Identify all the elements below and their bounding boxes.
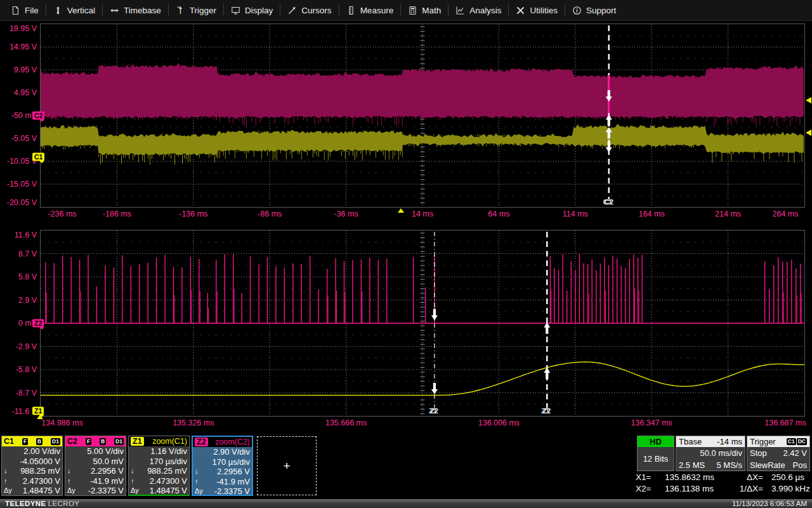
channel-box-header: Z2zoom(C2) xyxy=(193,437,252,447)
hd-panel-bits: 12 Bits xyxy=(638,447,674,471)
row-value: 1.48475 V xyxy=(15,486,60,496)
x1-label: X1= xyxy=(636,472,660,483)
y-axis-label: -8.7 V xyxy=(0,389,37,398)
channel-id: C1 xyxy=(4,437,14,446)
menu-item-measure[interactable]: Measure xyxy=(339,0,401,20)
row-symbol: Δy xyxy=(131,486,141,496)
y-axis-label: 14.95 V xyxy=(0,43,37,51)
channel-source-label: zoom(C1) xyxy=(152,437,187,446)
math-icon xyxy=(408,6,417,15)
row-value: 2.90 V/div xyxy=(206,447,250,457)
add-trace-box[interactable]: + xyxy=(257,436,317,495)
menu-item-label: Display xyxy=(245,6,273,15)
analysis-icon xyxy=(455,6,465,15)
channel-box-z1[interactable]: Z1zoom(C1)1.16 V/div170 µs/div↓988.25 mV… xyxy=(128,436,190,496)
channel-box-row: ↓988.25 mV xyxy=(2,466,62,476)
invdx-value: 3.990 kHz xyxy=(766,483,812,495)
channel-box-row: 1.16 V/div xyxy=(129,446,189,457)
badge-b: B xyxy=(100,438,106,445)
menu-item-trigger[interactable]: Trigger xyxy=(169,0,223,20)
channel-marker-z2[interactable]: Z2 xyxy=(32,319,44,328)
channel-id: Z2 xyxy=(195,438,208,446)
menu-item-label: Trigger xyxy=(190,6,216,15)
trigger-badge-dc: DC xyxy=(797,438,807,445)
status-bar: TELEDYNE LECROY 11/13/2023 6:06:53 AM xyxy=(0,499,812,508)
main-grid-svg xyxy=(41,24,804,207)
dx-value: 250.6 µs xyxy=(766,472,812,483)
channel-box-row: Δy1.48475 V xyxy=(129,486,189,496)
x-cursor-z1-z2[interactable] xyxy=(544,232,550,408)
row-symbol: ↑ xyxy=(67,476,78,486)
row-value: -41.9 mV xyxy=(78,476,124,486)
x-axis-label: -186 ms xyxy=(103,210,131,218)
channel-badges: F xyxy=(22,438,28,445)
x-axis-label: -136 ms xyxy=(179,210,207,218)
row-symbol xyxy=(195,447,206,457)
trigger-level: 2.42 V xyxy=(783,447,807,459)
channel-marker-pointer xyxy=(39,327,44,332)
menu-item-label: File xyxy=(25,6,39,15)
y-axis-label: 19.95 V xyxy=(0,24,37,33)
menu-item-math[interactable]: Math xyxy=(401,0,448,20)
x1-value: 135.8632 ms xyxy=(660,472,731,483)
menu-item-support[interactable]: Support xyxy=(565,0,623,20)
channel-box-header: C1FBD1 xyxy=(2,436,62,446)
x-axis-label: 136.347 ms xyxy=(631,418,672,427)
menu-item-label: Cursors xyxy=(301,6,331,15)
channel-box-row: Δy1.48475 V xyxy=(2,486,62,496)
y-axis-label: 0 mV xyxy=(0,319,37,328)
row-symbol xyxy=(4,446,15,457)
support-icon xyxy=(572,6,582,15)
channel-marker-c2[interactable]: C2 xyxy=(32,112,44,120)
tbase-samplerate: 5 MS/s xyxy=(717,459,742,471)
row-symbol xyxy=(131,457,141,467)
menu-item-timebase[interactable]: Timebase xyxy=(103,0,168,20)
x2-label: X2= xyxy=(636,483,660,495)
menu-item-vertical[interactable]: Vertical xyxy=(46,0,102,20)
y-axis-label: 11.6 V xyxy=(0,231,37,239)
trigger-level-marker[interactable] xyxy=(806,130,811,136)
channel-marker-c1[interactable]: C1 xyxy=(32,152,44,161)
channel-box-row: Δy-2.3375 V xyxy=(65,486,126,496)
timebase-panel[interactable]: Tbase -14 ms 50.0 ms/div 2.5 MS 5 MS/s xyxy=(676,436,745,471)
menu-item-analysis[interactable]: Analysis xyxy=(449,0,508,20)
menu-item-file[interactable]: File xyxy=(4,0,46,20)
channel-box-header: Z1zoom(C1) xyxy=(129,436,189,446)
x-axis-label: 136.006 ms xyxy=(478,418,520,427)
menu-item-display[interactable]: Display xyxy=(224,0,280,20)
trigger-level-marker[interactable] xyxy=(806,97,811,104)
row-value: 2.2956 V xyxy=(78,466,124,476)
zoom-origin-marker xyxy=(37,415,43,419)
channel-box-row: -4.05000 V xyxy=(2,457,62,467)
x-axis-label: 136.687 ms xyxy=(764,418,806,427)
y-axis-label: -20.05 V xyxy=(0,198,37,207)
trigger-time-marker[interactable] xyxy=(398,208,404,213)
row-value: 1.48475 V xyxy=(141,486,187,496)
channel-box-c2[interactable]: C2FBD15.00 V/div50.0 mV↓2.2956 V↑-41.9 m… xyxy=(65,436,126,496)
y-axis-label: -5.05 V xyxy=(0,134,37,143)
hd-mode-panel[interactable]: HD 12 Bits xyxy=(637,436,674,471)
badge-d1: D1 xyxy=(114,438,124,445)
measure-icon xyxy=(346,6,356,15)
channel-box-row: ↑-41.9 mV xyxy=(65,476,126,486)
trigger-icon xyxy=(176,6,185,15)
menu-item-label: Vertical xyxy=(67,6,95,15)
x-axis-label: 214 ms xyxy=(715,210,741,218)
channel-box-c1[interactable]: C1FBD12.00 V/div-4.05000 V↓988.25 mV↑2.4… xyxy=(1,436,63,496)
trigger-panel[interactable]: Trigger C1DC Stop 2.42 V SlewRate Pos xyxy=(747,436,810,471)
channel-marker-z1[interactable]: Z1 xyxy=(32,407,44,415)
y-axis-label: 9.95 V xyxy=(0,65,37,74)
row-symbol: Δy xyxy=(67,486,78,496)
trigger-slope: Pos xyxy=(793,459,807,471)
menu-item-label: Support xyxy=(586,6,616,15)
y-axis-label: -10.05 V xyxy=(0,157,37,166)
channel-badges: F xyxy=(85,438,91,445)
row-symbol: ↓ xyxy=(131,466,141,476)
menu-item-cursors[interactable]: Cursors xyxy=(280,0,338,20)
channel-box-row: ↑2.47300 V xyxy=(2,476,62,486)
channel-box-z2[interactable]: Z2zoom(C2)2.90 V/div170 µs/div↓2.2956 V↑… xyxy=(192,436,253,496)
menu-item-utilities[interactable]: Utilities xyxy=(509,0,565,20)
channel-badges: D1 xyxy=(114,438,124,445)
y-axis-label: -11.6 V xyxy=(0,407,37,416)
row-value: 170 µs/div xyxy=(141,457,187,467)
